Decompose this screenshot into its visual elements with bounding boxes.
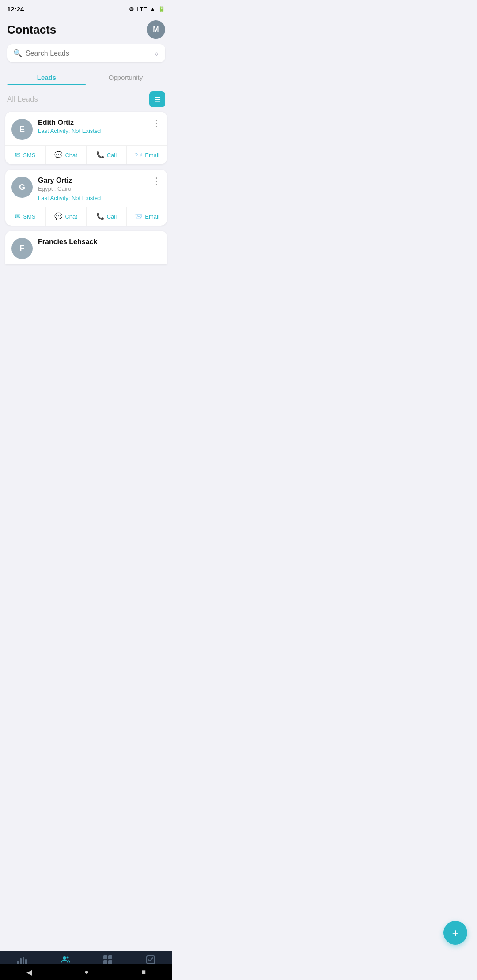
chat-button-1[interactable]: 💬 Chat	[46, 146, 87, 164]
network-label: LTE	[137, 6, 147, 12]
status-bar: 12:24 ⚙ LTE ▲ 🔋	[0, 0, 172, 16]
lead-card-partial-3: F Francies Lehsack	[5, 231, 167, 264]
page-title: Contacts	[7, 23, 56, 37]
lead-more-1[interactable]: ⋮	[152, 119, 161, 128]
signal-icon: ▲	[150, 6, 155, 12]
email-icon-1: 📨	[134, 151, 143, 159]
filter-icon[interactable]: ⬦	[154, 49, 159, 58]
sms-button-1[interactable]: ✉ SMS	[5, 146, 46, 164]
email-button-1[interactable]: 📨 Email	[127, 146, 167, 164]
battery-icon: 🔋	[158, 6, 165, 12]
lead-avatar-2: G	[11, 177, 33, 198]
call-icon-2: 📞	[96, 212, 105, 220]
lead-activity-1: Last Activity: Not Existed	[38, 128, 161, 134]
sms-icon-1: ✉	[15, 151, 21, 159]
lead-info-2: Gary Ortiz Egypt , Cairo Last Activity: …	[38, 177, 161, 201]
lead-card-body-1: E Edith Ortiz Last Activity: Not Existed…	[5, 112, 167, 145]
lead-info-3: Francies Lehsack	[38, 238, 161, 247]
lead-card-body-2: G Gary Ortiz Egypt , Cairo Last Activity…	[5, 170, 167, 207]
filter-btn-icon: ☰	[154, 95, 160, 104]
lead-name-2: Gary Ortiz	[38, 177, 161, 185]
lead-card-1: E Edith Ortiz Last Activity: Not Existed…	[5, 112, 167, 164]
lead-info-1: Edith Ortiz Last Activity: Not Existed	[38, 119, 161, 134]
tab-opportunity[interactable]: Opportunity	[86, 69, 165, 85]
lead-name-3: Francies Lehsack	[38, 238, 161, 246]
header: Contacts M	[0, 16, 172, 44]
leads-list: E Edith Ortiz Last Activity: Not Existed…	[0, 112, 172, 264]
lead-name-1: Edith Ortiz	[38, 119, 161, 127]
section-header: All Leads ☰	[0, 85, 172, 112]
email-button-2[interactable]: 📨 Email	[127, 207, 167, 226]
section-title: All Leads	[7, 95, 38, 104]
tabs: Leads Opportunity	[0, 69, 172, 85]
sms-icon-2: ✉	[15, 212, 21, 220]
lead-avatar-3: F	[11, 238, 33, 259]
status-icons: ⚙ LTE ▲ 🔋	[129, 6, 165, 12]
search-bar: 🔍 ⬦	[7, 44, 165, 62]
lead-actions-1: ✉ SMS 💬 Chat 📞 Call 📨 Email	[5, 145, 167, 164]
lead-card-2: G Gary Ortiz Egypt , Cairo Last Activity…	[5, 170, 167, 226]
gear-icon: ⚙	[129, 6, 134, 12]
lead-more-2[interactable]: ⋮	[152, 177, 161, 185]
lead-avatar-1: E	[11, 119, 33, 140]
search-input[interactable]	[26, 49, 151, 57]
call-icon-1: 📞	[96, 151, 105, 159]
chat-icon-2: 💬	[54, 212, 63, 220]
lead-activity-2: Last Activity: Not Existed	[38, 195, 161, 201]
call-button-1[interactable]: 📞 Call	[87, 146, 127, 164]
chat-icon-1: 💬	[54, 151, 63, 159]
search-container: 🔍 ⬦	[0, 44, 172, 69]
search-icon: 🔍	[13, 49, 22, 57]
sms-button-2[interactable]: ✉ SMS	[5, 207, 46, 226]
email-icon-2: 📨	[134, 212, 143, 220]
lead-location-2: Egypt , Cairo	[38, 185, 161, 192]
call-button-2[interactable]: 📞 Call	[87, 207, 127, 226]
avatar[interactable]: M	[147, 20, 165, 39]
filter-button[interactable]: ☰	[149, 91, 165, 107]
chat-button-2[interactable]: 💬 Chat	[46, 207, 87, 226]
tab-leads[interactable]: Leads	[7, 69, 86, 85]
lead-actions-2: ✉ SMS 💬 Chat 📞 Call 📨 Email	[5, 207, 167, 226]
status-time: 12:24	[7, 5, 24, 13]
